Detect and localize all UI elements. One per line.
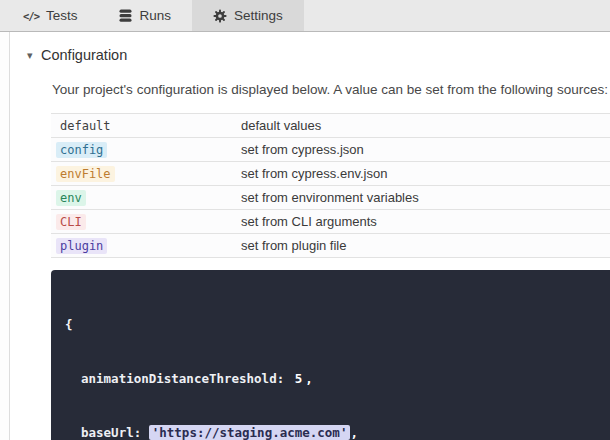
tab-settings-label: Settings — [234, 8, 283, 23]
settings-page: ▾ Configuration Your project's configura… — [0, 32, 610, 440]
table-row-envfile: envFile set from cypress.env.json — [51, 162, 610, 186]
left-rail — [0, 32, 10, 440]
code-icon: </> — [23, 10, 39, 22]
tabbar: </> Tests Runs Sett — [0, 0, 610, 32]
source-desc-config: set from cypress.json — [241, 142, 364, 157]
source-name-config: config — [56, 142, 107, 158]
tab-tests[interactable]: </> Tests — [2, 0, 98, 31]
gear-icon — [213, 9, 227, 23]
source-name-envfile: envFile — [56, 166, 115, 182]
table-row-env: env set from environment variables — [51, 186, 610, 210]
table-row-cli: CLI set from CLI arguments — [51, 210, 610, 234]
config-sources-table: default default values config set from c… — [51, 113, 610, 258]
code-line: { — [65, 316, 596, 334]
table-row-default: default default values — [51, 114, 610, 138]
code-line: animationDistanceThreshold: 5, — [65, 370, 596, 388]
tab-runs-label: Runs — [139, 8, 171, 23]
table-row-config: config set from cypress.json — [51, 138, 610, 162]
configuration-description: Your project's configuration is displaye… — [52, 82, 610, 97]
configuration-section-header[interactable]: ▾ Configuration — [27, 47, 610, 63]
caret-down-icon: ▾ — [27, 49, 41, 62]
source-name-default: default — [56, 118, 115, 134]
source-name-env: env — [56, 190, 86, 206]
source-desc-default: default values — [241, 118, 321, 133]
source-desc-cli: set from CLI arguments — [241, 214, 377, 229]
database-icon — [119, 9, 132, 23]
tab-runs[interactable]: Runs — [98, 0, 192, 31]
source-desc-plugin: set from plugin file — [241, 238, 347, 253]
settings-content: ▾ Configuration Your project's configura… — [10, 32, 610, 440]
tab-settings[interactable]: Settings — [192, 0, 304, 31]
source-desc-envfile: set from cypress.env.json — [241, 166, 387, 181]
tab-tests-label: Tests — [46, 8, 78, 23]
source-name-cli: CLI — [56, 214, 86, 230]
config-code-block: { animationDistanceThreshold: 5, baseUrl… — [51, 270, 610, 440]
table-row-plugin: plugin set from plugin file — [51, 234, 610, 258]
source-name-plugin: plugin — [56, 238, 107, 254]
code-line: baseUrl: 'https://staging.acme.com', — [65, 424, 596, 440]
configuration-title: Configuration — [41, 47, 127, 63]
source-desc-env: set from environment variables — [241, 190, 419, 205]
